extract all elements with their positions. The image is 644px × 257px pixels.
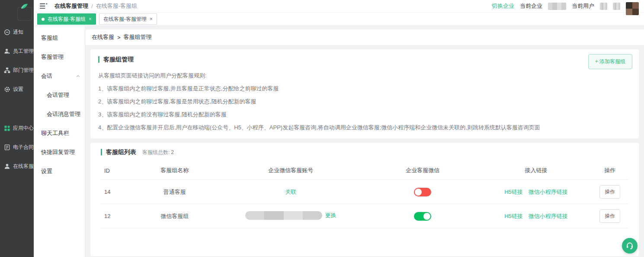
sidebar-item-label: 电子合同: [13, 144, 34, 151]
tab-label: 在线客服-客服组: [48, 16, 86, 23]
group-count-value: 2: [171, 149, 174, 155]
current-user-label: 当前用户: [572, 2, 594, 10]
contract-icon: [4, 144, 10, 151]
mini-program-link[interactable]: 微信小程序链接: [529, 213, 568, 219]
user-avatar[interactable]: [626, 2, 639, 15]
wecom-account-redacted: [245, 211, 322, 220]
switch-company-link[interactable]: 切换企业: [492, 2, 514, 10]
customer-service-fab[interactable]: [622, 238, 638, 254]
sidebar-item-chat-toolbar[interactable]: 聊天工具栏: [34, 124, 85, 143]
sidebar-item-session-message-manage[interactable]: 会话消息管理: [34, 105, 85, 124]
col-header-wecom-account: 企业微信客服账号: [217, 167, 365, 174]
col-header-id: ID: [101, 167, 132, 174]
group-count: 客服组总数:2: [142, 149, 174, 156]
logo-area[interactable]: [0, 0, 34, 22]
settings-icon: [4, 86, 10, 93]
toggle-knob: [415, 189, 422, 196]
cell-group-name: 普通客服: [132, 188, 217, 196]
sidebar-item-label: 员工管理: [13, 48, 34, 55]
sidebar-item-departments[interactable]: 部门管理: [0, 61, 34, 80]
menu-label: 会话消息管理: [47, 110, 80, 118]
sidebar-item-label: 设置: [13, 86, 23, 93]
breadcrumb-root[interactable]: 在线客服管理: [54, 2, 88, 10]
col-header-access-links: 接入链接: [481, 167, 591, 174]
group-count-label: 客服组总数:: [142, 149, 170, 155]
active-tab-dot-icon: [42, 18, 45, 21]
tab-online-service-group[interactable]: 在线客服-客服组 ×: [37, 13, 96, 25]
sidebar-item-quick-reply-manage[interactable]: 快捷回复管理: [34, 143, 85, 162]
wecom-service-toggle[interactable]: [414, 212, 431, 221]
page-content: 在线客服 > 客服组管理 客服组管理 + 添加客服组 从客服组页面链接访问的用户…: [85, 26, 644, 257]
rule-item: 2、该客服组内之前聊过客服,客服是禁用状态,随机分配新的客服: [98, 98, 631, 106]
sidebar-item-service-manage[interactable]: 客服管理: [34, 48, 85, 67]
rule-item: 3、该客服组内之前没有聊过客服,随机分配新的客服: [98, 111, 631, 119]
col-header-actions: 操作: [592, 167, 628, 174]
sidebar-item-service-group[interactable]: 客服组: [34, 29, 85, 48]
department-icon: [4, 67, 10, 74]
wecom-service-toggle[interactable]: [414, 188, 431, 196]
sidebar-item-online-service[interactable]: 在线客服: [0, 157, 34, 176]
service-person-icon: [4, 163, 10, 170]
tab-online-service-manage[interactable]: 在线客服-客服管理 ×: [99, 13, 157, 25]
row-action-button[interactable]: 操作: [599, 209, 620, 223]
close-tab-icon[interactable]: ×: [150, 16, 153, 22]
notification-icon: [4, 29, 10, 35]
tab-label: 在线客服-客服管理: [103, 16, 147, 23]
sidebar-item-settings[interactable]: 设置: [34, 162, 85, 181]
collapse-menu-icon[interactable]: [40, 3, 48, 9]
sidebar-item-notifications[interactable]: 通知: [0, 22, 34, 42]
current-company-label: 当前企业: [520, 2, 542, 10]
page-breadcrumb: 在线客服 > 客服组管理: [85, 29, 644, 45]
primary-nav: 通知 员工管理 部门管理 设置: [0, 22, 34, 176]
associate-link[interactable]: 关联: [285, 189, 296, 195]
rule-item: 1、该客服组内之前聊过客服,并且客服是正常状态,分配给之前聊过的客服: [98, 85, 631, 93]
top-bar: 在线客服管理 / 在线客服-客服组 切换企业 当前企业 当前用户: [34, 0, 644, 13]
menu-label: 会话: [41, 72, 52, 80]
cell-id: 14: [101, 189, 132, 195]
menu-label: 设置: [41, 167, 52, 175]
service-group-table: ID 客服组名称 企业微信客服账号 企业客服微信 接入链接 操作 14 普通客服…: [101, 161, 628, 228]
mini-program-link[interactable]: 微信小程序链接: [529, 189, 568, 195]
sidebar-item-e-contract[interactable]: 电子合同: [0, 138, 34, 157]
sidebar-item-settings[interactable]: 设置: [0, 80, 34, 99]
table-header-row: ID 客服组名称 企业微信客服账号 企业客服微信 接入链接 操作: [101, 161, 628, 180]
menu-label: 会话管理: [47, 91, 69, 99]
menu-label: 聊天工具栏: [41, 129, 69, 137]
apps-icon: [4, 125, 10, 132]
service-group-list-card: 客服组列表 客服组总数:2 ID 客服组名称 企业微信客服账号 企业客服微信 接…: [90, 143, 639, 256]
current-user-redacted: [613, 3, 620, 10]
sidebar-item-employees[interactable]: 员工管理: [0, 42, 34, 61]
row-action-button[interactable]: 操作: [599, 185, 620, 199]
breadcrumb-separator: /: [91, 3, 93, 10]
sidebar-item-session[interactable]: 会话: [34, 67, 85, 86]
add-service-group-button[interactable]: + 添加客服组: [588, 54, 632, 69]
close-tab-icon[interactable]: ×: [89, 16, 92, 22]
sidebar-item-label: 应用中心: [13, 125, 34, 132]
module-sidebar: 客服组 客服管理 会话 会话管理 会话消息管理 聊天工具栏 快捷回复管理 设置: [34, 26, 85, 257]
sidebar-item-session-manage[interactable]: 会话管理: [34, 86, 85, 105]
col-header-wecom-toggle: 企业客服微信: [365, 167, 481, 174]
table-row: 12 微信客服组 更换 H5链接微信小程序链接: [101, 204, 628, 228]
cell-id: 12: [101, 213, 132, 219]
h5-link[interactable]: H5链接: [504, 189, 523, 195]
h5-link[interactable]: H5链接: [504, 213, 523, 219]
page-breadcrumb-root: 在线客服: [92, 33, 114, 41]
toggle-knob: [423, 213, 430, 220]
chevron-up-icon: [76, 75, 80, 77]
menu-label: 客服组: [41, 34, 58, 42]
current-user-redacted: [600, 3, 607, 10]
change-link[interactable]: 更换: [325, 212, 336, 219]
menu-label: 快捷回复管理: [41, 148, 75, 156]
rules-intro: 从客服组页面链接访问的用户分配客服规则:: [98, 72, 631, 80]
sidebar-item-label: 部门管理: [13, 67, 34, 74]
current-company-redacted: [548, 3, 566, 10]
page-breadcrumb-separator: >: [117, 34, 121, 41]
service-group-manage-card: 客服组管理 + 添加客服组 从客服组页面链接访问的用户分配客服规则: 1、该客服…: [90, 49, 639, 138]
headset-icon: [625, 241, 634, 250]
app-logo-icon: [20, 3, 29, 11]
breadcrumb-current: 在线客服-客服组: [96, 2, 137, 10]
sidebar-item-app-center[interactable]: 应用中心: [0, 119, 34, 138]
sidebar-item-label: 在线客服: [13, 163, 34, 170]
col-header-name: 客服组名称: [132, 167, 217, 174]
sidebar-item-label: 通知: [13, 29, 23, 36]
